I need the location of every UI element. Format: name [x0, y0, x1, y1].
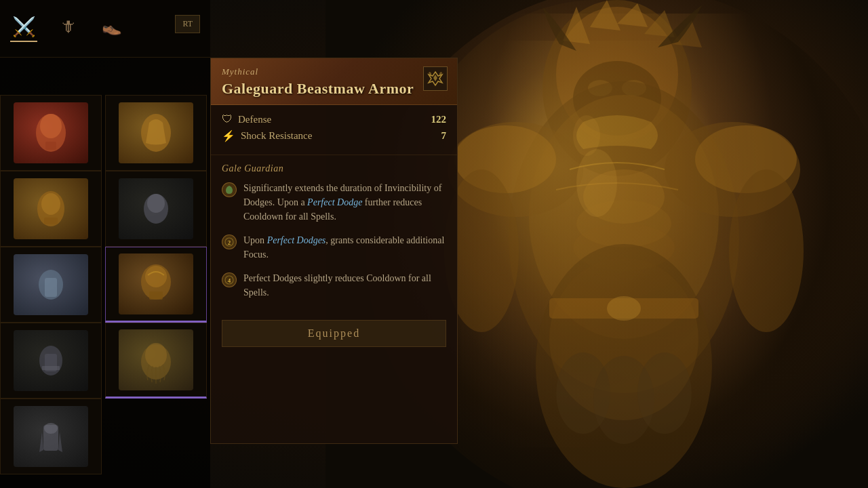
item-slot-7[interactable]	[0, 323, 102, 399]
item-1-icon	[31, 109, 71, 157]
rarity-label: Mythical	[222, 66, 446, 77]
svg-point-51	[44, 423, 58, 434]
svg-text:4: 4	[228, 277, 231, 284]
item-slot-4[interactable]	[105, 171, 207, 247]
tab-armor[interactable]: ⚔️	[10, 16, 37, 42]
ability-1-text: Significantly extends the duration of In…	[243, 181, 446, 224]
item-5-icon	[33, 263, 70, 307]
mythical-icon	[426, 69, 445, 88]
item-grid	[0, 95, 210, 474]
highlight-perfect-dodge: Perfect Dodge	[307, 197, 362, 207]
top-nav: ⚔️ 🗡 👞 RT	[0, 0, 210, 58]
stats-section: 🛡 Defense 122 ⚡ Shock Resistance 7	[211, 105, 457, 155]
item-slot-9[interactable]	[0, 399, 102, 474]
corner-rt-button[interactable]: RT	[175, 15, 200, 33]
defense-icon: 🛡	[222, 113, 233, 125]
left-panel: ⚔️ 🗡 👞 RT	[0, 0, 210, 488]
detail-header: Mythical Galeguard Beastmaw Armor	[211, 58, 457, 105]
weapon-tab-icon: 🗡	[60, 17, 76, 36]
item-slot-5[interactable]	[0, 247, 102, 323]
ability-3: 4 Perfect Dodges slightly reduces Cooldo…	[222, 271, 446, 300]
item-slot-3[interactable]	[0, 171, 102, 247]
stat-shock: ⚡ Shock Resistance 7	[222, 129, 446, 142]
tab-weapon[interactable]: 🗡	[54, 17, 81, 40]
item-7-icon	[33, 339, 70, 383]
ability-2-icon: 2	[224, 237, 234, 247]
detail-panel: Mythical Galeguard Beastmaw Armor 🛡 Defe…	[210, 58, 458, 444]
tab-underline	[10, 41, 37, 42]
item-4-icon	[138, 187, 175, 231]
boots-tab-icon: 👞	[102, 17, 122, 36]
tab-underline-weapon	[54, 39, 81, 40]
stat-defense: 🛡 Defense 122	[222, 113, 446, 125]
leaf-icon	[224, 185, 234, 195]
shock-icon: ⚡	[222, 129, 235, 142]
ability-3-icon: 4	[224, 275, 234, 285]
defense-value: 122	[431, 114, 447, 125]
svg-rect-41	[45, 278, 57, 297]
svg-rect-44	[149, 291, 163, 300]
svg-text:2: 2	[228, 239, 231, 246]
svg-point-49	[145, 343, 167, 367]
svg-point-36	[41, 193, 60, 215]
item-slot-1[interactable]	[0, 95, 102, 171]
item-slot-2[interactable]	[105, 95, 207, 171]
ability-2: 2 Upon Perfect Dodges, grants considerab…	[222, 233, 446, 262]
tab-underline-boots	[98, 39, 125, 40]
item-badge	[423, 66, 448, 91]
item-slot-6[interactable]	[105, 247, 207, 323]
ability-1-bullet	[222, 182, 237, 197]
defense-label: Defense	[238, 114, 271, 125]
equipped-button[interactable]: Equipped	[222, 320, 446, 347]
tab-boots[interactable]: 👞	[98, 17, 125, 40]
armor-tab-icon: ⚔️	[12, 16, 36, 38]
highlight-perfect-dodges-2: Perfect Dodges	[267, 235, 326, 245]
item-8-icon	[136, 336, 176, 384]
shock-label: Shock Resistance	[241, 130, 312, 142]
svg-point-43	[145, 266, 167, 287]
item-name: Galeguard Beastmaw Armor	[222, 80, 446, 98]
item-9-icon	[34, 415, 68, 459]
item-slot-8[interactable]	[105, 323, 207, 399]
svg-point-32	[40, 114, 62, 138]
armor-detail	[427, 14, 834, 474]
ability-3-text: Perfect Dodges slightly reduces Cooldown…	[243, 271, 446, 300]
ability-group-title: Gale Guardian	[222, 163, 446, 174]
svg-rect-47	[42, 366, 60, 370]
abilities-section: Gale Guardian Significantly extends the …	[211, 155, 457, 320]
ability-1: Significantly extends the duration of In…	[222, 181, 446, 224]
svg-point-39	[147, 194, 165, 213]
item-6-icon	[136, 260, 176, 308]
svg-rect-33	[45, 142, 56, 150]
ability-3-bullet: 4	[222, 272, 237, 287]
shock-value: 7	[441, 130, 447, 142]
item-3-icon	[31, 185, 71, 232]
ability-2-text: Upon Perfect Dodges, grants considerable…	[243, 233, 446, 262]
ability-2-bullet: 2	[222, 235, 237, 249]
svg-rect-37	[44, 218, 58, 224]
item-2-icon	[136, 109, 176, 157]
